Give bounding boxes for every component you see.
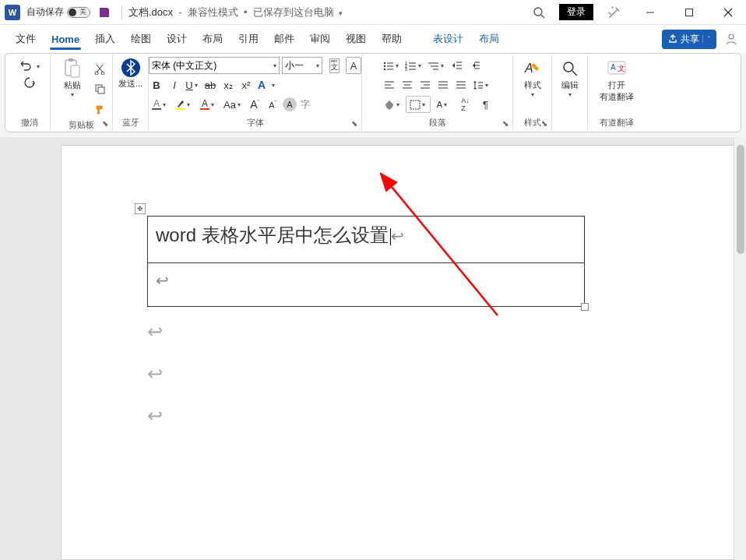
tab-help[interactable]: 帮助: [374, 25, 410, 53]
vertical-scrollbar[interactable]: [734, 137, 746, 560]
highlight-color-button[interactable]: ▾: [173, 96, 195, 113]
increase-indent-button[interactable]: [467, 57, 483, 74]
text-effects-button[interactable]: A▾: [256, 76, 276, 93]
table-cell[interactable]: word 表格水平居中怎么设置↩: [148, 217, 585, 263]
toggle-knob: [69, 9, 76, 16]
bt-send-label: 发送...: [118, 78, 143, 90]
copy-button[interactable]: [92, 80, 107, 97]
align-justify-button[interactable]: [435, 76, 451, 93]
svg-text:3: 3: [405, 67, 407, 71]
group-paragraph-label: 段落: [429, 115, 446, 129]
group-font: 宋体 (中文正文) ▾ 小一 ▾ 文wén A B I U▾: [149, 55, 362, 130]
search-icon[interactable]: [533, 6, 545, 19]
table-resize-handle[interactable]: [581, 303, 589, 311]
borders-button[interactable]: ▾: [406, 96, 431, 113]
align-center-button[interactable]: [399, 76, 415, 93]
table-move-handle[interactable]: ✥: [135, 203, 146, 214]
group-styles: A 样式 ▾ 样式 ⬊: [513, 55, 552, 130]
redo-button[interactable]: [22, 74, 37, 91]
multilevel-button[interactable]: ▾: [427, 57, 447, 74]
char-border-button[interactable]: A: [346, 57, 361, 74]
tab-insert[interactable]: 插入: [87, 25, 123, 53]
edit-button[interactable]: 编辑 ▾: [555, 57, 585, 100]
minimize-button[interactable]: [632, 0, 668, 25]
sort-button[interactable]: A↓Z: [456, 96, 476, 113]
tab-table-design[interactable]: 表设计: [425, 25, 471, 53]
maximize-button[interactable]: [671, 0, 707, 25]
autosave-toggle[interactable]: 关: [67, 7, 90, 18]
align-left-button[interactable]: [382, 76, 397, 93]
clear-format-button[interactable]: 字: [299, 96, 315, 113]
text-highlight-button[interactable]: A▾: [149, 96, 171, 113]
tab-review[interactable]: 审阅: [302, 25, 338, 53]
group-paragraph: ▾ 123▾ ▾ ▾ ▾ ▾ A▾: [362, 55, 513, 130]
font-launcher[interactable]: ⬊: [350, 118, 359, 128]
tab-mail[interactable]: 邮件: [266, 25, 302, 53]
change-case-button[interactable]: Aa▾: [221, 96, 245, 113]
clipboard-launcher[interactable]: ⬊: [100, 118, 110, 128]
tab-draw[interactable]: 绘图: [123, 25, 159, 53]
group-undo-label: 撤消: [21, 115, 38, 129]
svg-rect-3: [686, 9, 693, 16]
tryme-icon[interactable]: [607, 5, 621, 19]
grow-font-button[interactable]: Aˆ: [247, 96, 262, 113]
tab-design[interactable]: 设计: [159, 25, 195, 53]
tab-home[interactable]: Home: [44, 25, 87, 53]
line-spacing-button[interactable]: ▾: [471, 76, 491, 93]
superscript-button[interactable]: x²: [238, 76, 254, 93]
svg-point-16: [384, 62, 385, 63]
bullets-button[interactable]: ▾: [382, 57, 402, 74]
bold-button[interactable]: B: [149, 76, 164, 93]
styles-launcher[interactable]: ⬊: [540, 118, 549, 128]
decrease-indent-button[interactable]: [449, 57, 465, 74]
table[interactable]: word 表格水平居中怎么设置↩ ↩: [147, 216, 585, 307]
numbering-button[interactable]: 123▾: [404, 57, 424, 74]
italic-button[interactable]: I: [167, 76, 182, 93]
cut-button[interactable]: [92, 60, 107, 77]
pinyin-guide-button[interactable]: 文wén: [325, 57, 343, 74]
underline-button[interactable]: U▾: [185, 76, 200, 93]
show-marks-button[interactable]: ¶: [478, 96, 494, 113]
align-distributed-button[interactable]: [453, 76, 469, 93]
tab-references[interactable]: 引用: [230, 25, 266, 53]
share-label: 共享: [681, 33, 699, 46]
tab-file[interactable]: 文件: [8, 25, 44, 53]
close-button[interactable]: [710, 0, 746, 25]
table-row: word 表格水平居中怎么设置↩: [148, 217, 585, 263]
autosave-label: 自动保存: [26, 5, 64, 19]
youdao-open-button[interactable]: A文 打开 有道翻译: [591, 57, 642, 104]
tab-layout[interactable]: 布局: [195, 25, 230, 53]
svg-point-6: [729, 34, 734, 39]
youdao-open-sub: 有道翻译: [600, 91, 634, 103]
save-icon[interactable]: [98, 6, 111, 19]
format-painter-button[interactable]: [92, 100, 107, 118]
styles-button[interactable]: A 样式 ▾: [517, 57, 548, 100]
strikethrough-button[interactable]: ab: [202, 76, 218, 93]
font-size-combo[interactable]: 小一 ▾: [282, 57, 322, 74]
svg-line-1: [541, 15, 544, 18]
circle-char-button[interactable]: A: [283, 97, 297, 111]
ribbon: ▾ 撤消 粘贴 ▾: [5, 53, 741, 132]
share-button[interactable]: 共享 ˇ: [662, 30, 716, 49]
table-cell[interactable]: ↩: [148, 263, 585, 307]
word-app-icon: W: [5, 5, 20, 20]
tab-table-layout[interactable]: 布局: [471, 25, 507, 53]
tab-view[interactable]: 视图: [338, 25, 374, 53]
bluetooth-send-button[interactable]: 发送...: [115, 57, 146, 91]
asian-layout-button[interactable]: A▾: [433, 96, 453, 113]
undo-button[interactable]: ▾: [17, 60, 41, 72]
svg-text:A: A: [258, 79, 266, 91]
subscript-button[interactable]: x₂: [220, 76, 236, 93]
paragraph-launcher[interactable]: ⬊: [501, 118, 510, 128]
signin-button[interactable]: 登录: [559, 4, 593, 20]
shading-button[interactable]: ▾: [382, 96, 403, 113]
svg-rect-56: [410, 100, 420, 109]
scrollbar-thumb[interactable]: [737, 145, 744, 254]
shrink-font-button[interactable]: Aˇ: [265, 96, 280, 113]
align-right-button[interactable]: [417, 76, 433, 93]
paste-button[interactable]: 粘贴 ▾: [55, 57, 90, 100]
page[interactable]: ✥ word 表格水平居中怎么设置↩ ↩ ↩ ↩ ↩: [61, 145, 735, 560]
font-color-button[interactable]: A▾: [197, 96, 219, 113]
font-name-combo[interactable]: 宋体 (中文正文) ▾: [149, 57, 280, 74]
account-pane-icon[interactable]: [724, 32, 738, 46]
